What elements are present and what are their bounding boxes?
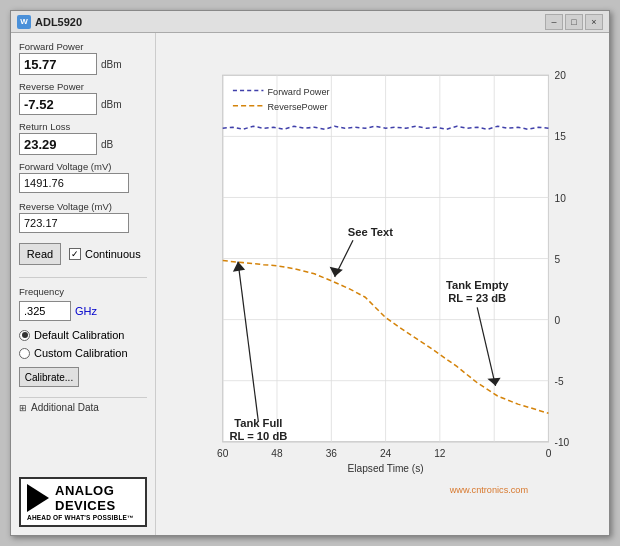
rev-voltage-label: Reverse Voltage (mV) — [19, 201, 147, 212]
calibrate-button[interactable]: Calibrate... — [19, 367, 79, 387]
continuous-checkbox[interactable]: ✓ — [69, 248, 81, 260]
rev-voltage-input[interactable] — [19, 213, 129, 233]
custom-cal-row: Custom Calibration — [19, 347, 147, 359]
logo-analog: ANALOG — [55, 483, 116, 498]
svg-text:20: 20 — [555, 70, 567, 81]
logo-row: ANALOG DEVICES — [27, 483, 139, 513]
rev-voltage-section: Reverse Voltage (mV) — [19, 201, 147, 233]
minimize-button[interactable]: – — [545, 14, 563, 30]
forward-power-unit: dBm — [101, 59, 122, 70]
title-bar: W ADL5920 – □ × — [11, 11, 609, 33]
svg-text:36: 36 — [326, 448, 338, 459]
reverse-power-row: dBm — [19, 93, 147, 115]
reverse-power-label: Reverse Power — [19, 81, 147, 92]
svg-text:60: 60 — [217, 448, 229, 459]
return-loss-unit: dB — [101, 139, 113, 150]
svg-text:RL = 23 dB: RL = 23 dB — [448, 292, 506, 304]
maximize-button[interactable]: □ — [565, 14, 583, 30]
return-loss-row: dB — [19, 133, 147, 155]
svg-text:-10: -10 — [555, 437, 570, 448]
chart-container: 20 15 10 5 0 -5 -10 60 48 36 24 12 — [160, 41, 599, 527]
reverse-power-unit: dBm — [101, 99, 122, 110]
frequency-label: Frequency — [19, 286, 147, 297]
main-window: W ADL5920 – □ × Forward Power dBm Revers… — [10, 10, 610, 536]
return-loss-input[interactable] — [19, 133, 97, 155]
reverse-power-section: Reverse Power dBm — [19, 81, 147, 117]
right-panel: 20 15 10 5 0 -5 -10 60 48 36 24 12 — [156, 33, 609, 535]
frequency-input[interactable] — [19, 301, 71, 321]
forward-power-input[interactable] — [19, 53, 97, 75]
svg-text:15: 15 — [555, 131, 567, 142]
title-controls: – □ × — [545, 14, 603, 30]
forward-power-row: dBm — [19, 53, 147, 75]
svg-text:12: 12 — [434, 448, 446, 459]
custom-cal-label: Custom Calibration — [34, 347, 128, 359]
svg-text:ReversePower: ReversePower — [268, 102, 328, 112]
frequency-section: Frequency GHz — [19, 286, 147, 321]
forward-power-label: Forward Power — [19, 41, 147, 52]
logo-triangle-icon — [27, 484, 49, 512]
left-panel: Forward Power dBm Reverse Power dBm Retu… — [11, 33, 156, 535]
reverse-power-input[interactable] — [19, 93, 97, 115]
continuous-label: Continuous — [85, 248, 141, 260]
custom-cal-radio[interactable] — [19, 348, 30, 359]
svg-text:24: 24 — [380, 448, 392, 459]
default-cal-radio[interactable] — [19, 330, 30, 341]
read-row: Read ✓ Continuous — [19, 243, 147, 265]
chart-svg: 20 15 10 5 0 -5 -10 60 48 36 24 12 — [182, 41, 579, 527]
svg-text:5: 5 — [555, 254, 561, 265]
default-cal-label: Default Calibration — [34, 329, 125, 341]
title-bar-left: W ADL5920 — [17, 15, 82, 29]
svg-text:48: 48 — [271, 448, 283, 459]
continuous-checkbox-row: ✓ Continuous — [69, 248, 141, 260]
logo-area: ANALOG DEVICES AHEAD OF WHAT'S POSSIBLE™ — [19, 477, 147, 527]
logo-text: ANALOG DEVICES — [55, 483, 116, 513]
additional-section: ⊞ Additional Data — [19, 397, 147, 413]
window-title: ADL5920 — [35, 16, 82, 28]
window-icon: W — [17, 15, 31, 29]
logo-devices: DEVICES — [55, 498, 116, 513]
read-button[interactable]: Read — [19, 243, 61, 265]
frequency-unit[interactable]: GHz — [75, 305, 97, 317]
return-loss-label: Return Loss — [19, 121, 147, 132]
svg-text:Forward Power: Forward Power — [268, 87, 330, 97]
collapse-icon: ⊞ — [19, 403, 27, 413]
additional-label: Additional Data — [31, 402, 99, 413]
close-button[interactable]: × — [585, 14, 603, 30]
frequency-row: GHz — [19, 301, 147, 321]
svg-text:0: 0 — [555, 315, 561, 326]
fwd-voltage-input[interactable] — [19, 173, 129, 193]
svg-text:RL = 10 dB: RL = 10 dB — [229, 430, 287, 442]
svg-text:www.cntronics.com: www.cntronics.com — [449, 485, 529, 495]
fwd-voltage-label: Forward Voltage (mV) — [19, 161, 147, 172]
content-area: Forward Power dBm Reverse Power dBm Retu… — [11, 33, 609, 535]
default-cal-row: Default Calibration — [19, 329, 147, 341]
svg-text:Elapsed Time (s): Elapsed Time (s) — [347, 463, 423, 474]
fwd-voltage-section: Forward Voltage (mV) — [19, 161, 147, 193]
return-loss-section: Return Loss dB — [19, 121, 147, 157]
svg-text:-5: -5 — [555, 376, 564, 387]
additional-header[interactable]: ⊞ Additional Data — [19, 402, 147, 413]
svg-text:Tank Empty: Tank Empty — [446, 279, 509, 291]
forward-power-section: Forward Power dBm — [19, 41, 147, 77]
chart-inner: 20 15 10 5 0 -5 -10 60 48 36 24 12 — [182, 41, 579, 527]
logo-tagline: AHEAD OF WHAT'S POSSIBLE™ — [27, 514, 139, 521]
svg-text:0: 0 — [546, 448, 552, 459]
svg-text:See Text: See Text — [348, 226, 393, 238]
svg-text:10: 10 — [555, 193, 567, 204]
